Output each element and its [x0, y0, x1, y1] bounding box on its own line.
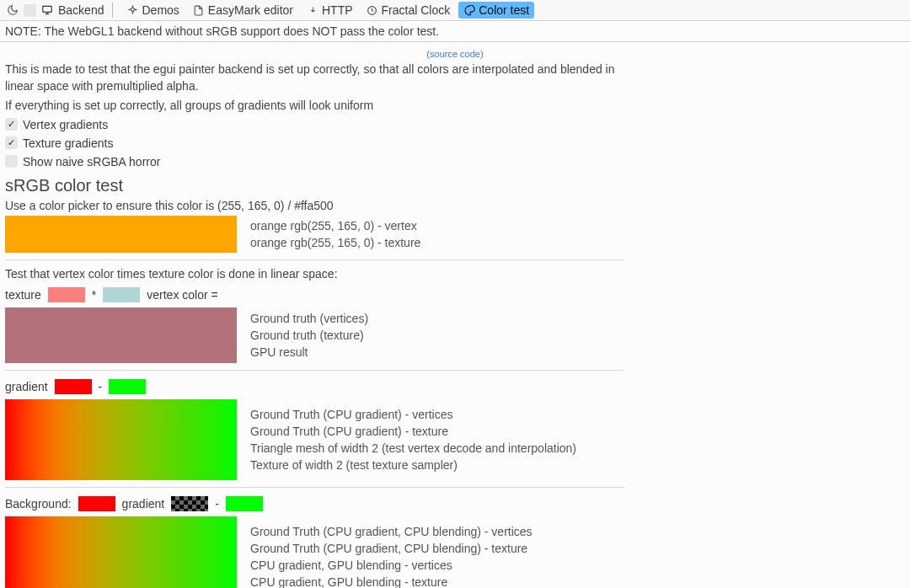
- checkbox-label: Texture gradients: [23, 136, 113, 150]
- checkbox-label: Show naive sRGBA horror: [23, 155, 160, 168]
- gradient-right-swatch[interactable]: [109, 379, 146, 394]
- label-gpu: GPU result: [250, 345, 368, 359]
- toolbar: Backend Demos EasyMark editor HTTP Fract…: [0, 0, 910, 21]
- theme-toggle-icon[interactable]: [5, 3, 20, 18]
- bg-gradient-swatch-4: [5, 577, 237, 588]
- srgb-instruction: Use a color picker to ensure this color …: [5, 197, 905, 214]
- intro-2: If everything is set up correctly, all g…: [5, 97, 905, 114]
- vertex-color-label: vertex color =: [147, 288, 217, 302]
- separator: [5, 487, 624, 488]
- bg-label-3: CPU gradient, GPU blending - vertices: [250, 559, 533, 572]
- gradient-swatch-3: [5, 440, 237, 460]
- checker-swatch[interactable]: [171, 496, 208, 511]
- product-swatch-gpu: [5, 345, 237, 363]
- background-label: Background:: [5, 497, 72, 510]
- palette-icon: [463, 4, 475, 16]
- separator: [5, 370, 624, 371]
- tab-color-test[interactable]: Color test: [458, 2, 534, 19]
- tab-fractal-clock[interactable]: Fractal Clock: [361, 2, 456, 19]
- grad-label-2: Ground Truth (CPU gradient) - texture: [250, 425, 576, 438]
- grad-label-3: Triangle mesh of width 2 (test vertex de…: [250, 441, 576, 455]
- bg-gradient-swatch-1: [5, 516, 237, 537]
- checkbox[interactable]: ✓: [5, 118, 18, 131]
- checkbox-vertex-gradients[interactable]: ✓ Vertex gradients: [5, 115, 905, 134]
- srgb-heading: sRGB color test: [5, 176, 905, 195]
- desktop-icon: [40, 3, 55, 18]
- background-swatch[interactable]: [78, 496, 115, 511]
- srgb-block: orange rgb(255, 165, 0) - vertex orange …: [5, 216, 905, 253]
- note-text: NOTE: The WebGL1 backend without sRGB su…: [5, 24, 439, 38]
- checkbox[interactable]: ✓: [5, 136, 18, 149]
- gradient-inputs: gradient -: [5, 376, 905, 399]
- label-orange-vertex: orange rgb(255, 165, 0) - vertex: [250, 219, 420, 233]
- tab-label: Color test: [479, 3, 529, 17]
- gradient-swatch-2: [5, 420, 237, 440]
- tab-easymark[interactable]: EasyMark editor: [188, 2, 298, 19]
- grad-label-4: Texture of width 2 (test texture sampler…: [250, 458, 576, 472]
- gradient-swatch-1: [5, 399, 237, 420]
- gradient-block: Ground Truth (CPU gradient) - vertices G…: [5, 399, 905, 480]
- product-swatch-gtv: [5, 307, 237, 326]
- background-swatch-stack: [5, 516, 237, 588]
- tab-label: Fractal Clock: [382, 3, 451, 17]
- linear-mul-heading: Test that vertex color times texture col…: [5, 265, 905, 282]
- multiply-symbol: *: [92, 288, 96, 302]
- label-orange-texture: orange rgb(255, 165, 0) - texture: [250, 236, 420, 249]
- tab-label: EasyMark editor: [208, 3, 293, 17]
- srgb-swatch-stack: [5, 216, 237, 253]
- label-gtt: Ground truth (texture): [250, 329, 368, 342]
- orange-swatch-texture: [5, 234, 237, 253]
- gradient-label: gradient: [5, 380, 48, 393]
- linear-mul-block: Ground truth (vertices) Ground truth (te…: [5, 307, 905, 363]
- intro-1: This is made to test that the egui paint…: [5, 61, 633, 95]
- checkbox-texture-gradients[interactable]: ✓ Texture gradients: [5, 134, 905, 152]
- label-gtv: Ground truth (vertices): [250, 312, 368, 325]
- bg-gradient-swatch-2: [5, 537, 237, 557]
- dash: -: [215, 497, 219, 510]
- bg-gradient-swatch-3: [5, 557, 237, 577]
- document-icon: [193, 4, 205, 16]
- product-swatch-stack: [5, 307, 237, 363]
- backend-checkbox[interactable]: [24, 4, 36, 17]
- background-inputs: Background: gradient -: [5, 493, 905, 516]
- linear-mul-inputs: texture * vertex color =: [5, 284, 905, 307]
- separator: [5, 259, 624, 260]
- toolbar-separator: [112, 3, 113, 18]
- vertex-color-swatch[interactable]: [103, 287, 140, 302]
- note-bar: NOTE: The WebGL1 backend without sRGB su…: [0, 21, 910, 42]
- gradient-left-swatch[interactable]: [55, 379, 92, 394]
- source-code-link[interactable]: (source code): [5, 47, 905, 61]
- background-block: Ground Truth (CPU gradient, CPU blending…: [5, 516, 905, 588]
- tab-label: Demos: [142, 3, 179, 17]
- backend-label: Backend: [58, 3, 104, 17]
- background-right-swatch[interactable]: [226, 496, 263, 511]
- bg-label-2: Ground Truth (CPU gradient, CPU blending…: [250, 542, 533, 555]
- content: (source code) This is made to test that …: [0, 42, 910, 588]
- grad-label-1: Ground Truth (CPU gradient) - vertices: [250, 408, 576, 421]
- texture-swatch[interactable]: [48, 287, 85, 302]
- gradient-swatch-4: [5, 460, 237, 480]
- checkbox-label: Vertex gradients: [23, 118, 108, 131]
- sparkle-icon: [126, 4, 138, 16]
- checkbox[interactable]: [5, 155, 18, 168]
- orange-swatch-vertex: [5, 216, 237, 234]
- clock-icon: [367, 4, 378, 16]
- checkbox-srgba-horror[interactable]: Show naive sRGBA horror: [5, 152, 905, 171]
- tab-http[interactable]: HTTP: [302, 2, 358, 19]
- bg-label-4: CPU gradient, GPU blending - texture: [250, 575, 533, 588]
- download-icon: [307, 4, 318, 16]
- tab-demos[interactable]: Demos: [121, 2, 184, 19]
- product-swatch-gtt: [5, 326, 237, 345]
- dash: -: [99, 380, 103, 393]
- svg-rect-0: [43, 6, 52, 12]
- tab-label: HTTP: [322, 3, 353, 17]
- gradient-label-2: gradient: [122, 497, 165, 510]
- bg-label-1: Ground Truth (CPU gradient, CPU blending…: [250, 525, 533, 538]
- texture-label: texture: [5, 288, 41, 302]
- gradient-swatch-stack: [5, 399, 237, 480]
